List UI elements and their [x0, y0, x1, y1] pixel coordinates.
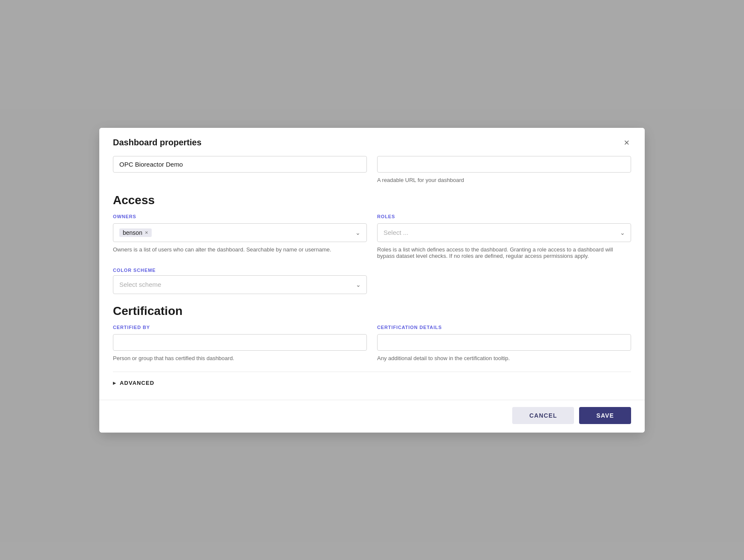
certified-by-field-group: CERTIFIED BY Person or group that has ce…	[113, 325, 367, 361]
certification-details-label: CERTIFICATION DETAILS	[377, 325, 631, 330]
owners-hint: Owners is a list of users who can alter …	[113, 246, 367, 253]
color-scheme-select-wrapper: Select scheme ⌄	[113, 275, 367, 294]
name-field-group	[113, 156, 367, 183]
owners-select[interactable]: benson × ⌄	[113, 223, 367, 242]
url-hint: A readable URL for your dashboard	[377, 177, 631, 183]
dashboard-name-input[interactable]	[113, 156, 367, 173]
advanced-divider	[113, 372, 631, 372]
save-button[interactable]: SAVE	[579, 407, 631, 424]
roles-select-wrapper: Select ... ⌄	[377, 223, 631, 242]
roles-label: ROLES	[377, 214, 631, 219]
certification-details-input[interactable]	[377, 334, 631, 351]
access-fields-row: OWNERS benson × ⌄ Owners is a list of us…	[113, 214, 631, 259]
owner-tag-remove[interactable]: ×	[145, 230, 148, 235]
owners-label: OWNERS	[113, 214, 367, 219]
owner-tag-value: benson	[123, 229, 142, 236]
advanced-chevron-icon: ▸	[113, 380, 116, 386]
owners-field-group: OWNERS benson × ⌄ Owners is a list of us…	[113, 214, 367, 259]
dashboard-url-input[interactable]	[377, 156, 631, 173]
access-section-title: Access	[113, 193, 631, 207]
owners-chevron-icon: ⌄	[355, 229, 360, 236]
roles-placeholder: Select ...	[384, 229, 408, 236]
certified-by-label: CERTIFIED BY	[113, 325, 367, 330]
modal-header: Dashboard properties ×	[99, 128, 645, 156]
certification-details-hint: Any additional detail to show in the cer…	[377, 355, 631, 361]
color-scheme-select[interactable]: Select scheme	[113, 275, 367, 294]
roles-field-group: ROLES Select ... ⌄ Roles is a list which…	[377, 214, 631, 259]
top-fields-row: A readable URL for your dashboard	[113, 156, 631, 183]
roles-select[interactable]: Select ...	[377, 223, 631, 242]
certified-by-hint: Person or group that has certified this …	[113, 355, 367, 361]
roles-hint: Roles is a list which defines access to …	[377, 246, 631, 259]
owner-tag: benson ×	[119, 228, 152, 237]
modal-footer: CANCEL SAVE	[99, 400, 645, 433]
color-scheme-label: COLOR SCHEME	[113, 268, 631, 273]
modal-body: A readable URL for your dashboard Access…	[99, 156, 645, 400]
color-scheme-placeholder: Select scheme	[119, 281, 161, 288]
certified-by-input[interactable]	[113, 334, 367, 351]
advanced-toggle-button[interactable]: ▸ ADVANCED	[113, 372, 154, 390]
close-button[interactable]: ×	[622, 136, 631, 149]
modal-title: Dashboard properties	[113, 138, 202, 147]
url-field-group: A readable URL for your dashboard	[377, 156, 631, 183]
dashboard-properties-modal: Dashboard properties × A readable URL fo…	[99, 128, 645, 433]
certification-section-title: Certification	[113, 304, 631, 318]
advanced-label: ADVANCED	[120, 380, 154, 386]
cancel-button[interactable]: CANCEL	[512, 407, 574, 424]
color-scheme-section: COLOR SCHEME Select scheme ⌄	[113, 268, 631, 294]
modal-overlay: Dashboard properties × A readable URL fo…	[0, 0, 744, 560]
certification-fields-row: CERTIFIED BY Person or group that has ce…	[113, 325, 631, 361]
certification-details-field-group: CERTIFICATION DETAILS Any additional det…	[377, 325, 631, 361]
